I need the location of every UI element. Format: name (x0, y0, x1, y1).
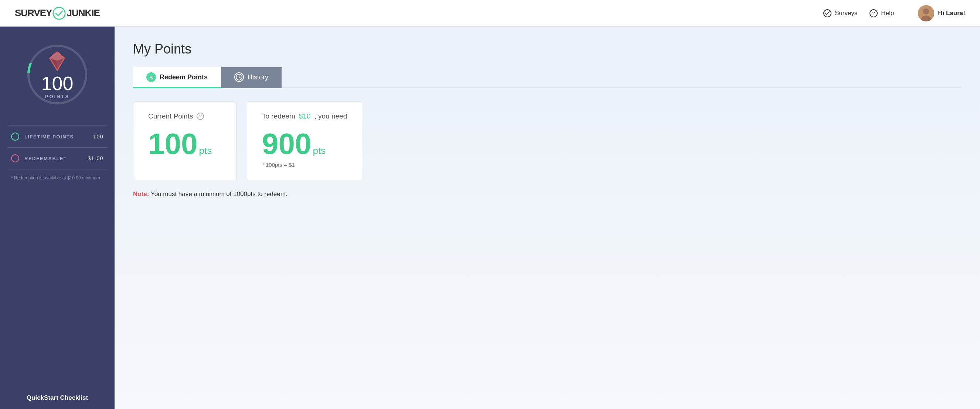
avatar (918, 5, 934, 21)
current-points-number: 100 (148, 129, 197, 159)
current-points-display: 100 pts (148, 129, 221, 159)
sidebar-points-value: 100 (41, 74, 73, 93)
svg-marker-11 (50, 58, 57, 70)
cards-row: Current Points ? 100 pts To redeem $10, … (133, 101, 961, 180)
logo-icon (52, 6, 66, 20)
nav-help[interactable]: ? Help (869, 9, 894, 18)
tabs: $ Redeem Points History (133, 67, 961, 88)
user-menu[interactable]: Hi Laura! (918, 5, 965, 21)
redeem-info-card: To redeem $10, you need 900 pts * 100pts… (247, 101, 362, 180)
redeem-points-unit: pts (313, 145, 326, 157)
logo-text-2: JUNKIE (67, 7, 99, 19)
svg-point-5 (923, 8, 929, 14)
avatar-image (918, 5, 934, 21)
sidebar: 100 POINTS LIFETIME POINTS 100 REDEEMABL… (0, 27, 115, 409)
gem-center: 100 POINTS (41, 50, 73, 99)
current-points-title: Current Points ? (148, 112, 221, 120)
lifetime-points-row: LIFETIME POINTS 100 (7, 126, 107, 147)
tab-history[interactable]: History (221, 67, 282, 88)
note-text: You must have a minimum of 1000pts to re… (151, 190, 288, 198)
sidebar-points-label: POINTS (45, 94, 70, 99)
clock-icon (234, 72, 244, 82)
tab-redeem-points[interactable]: $ Redeem Points (133, 67, 221, 88)
redeemable-label: REDEEMABLE* (24, 156, 66, 161)
redeemable-icon (11, 154, 19, 162)
main-layout: 100 POINTS LIFETIME POINTS 100 REDEEMABL… (0, 27, 980, 409)
points-circle: 100 POINTS (24, 41, 91, 108)
conversion-note: * 100pts = $1 (262, 162, 347, 168)
svg-point-0 (53, 7, 65, 19)
svg-line-15 (239, 77, 240, 78)
lifetime-icon (11, 133, 19, 141)
redeem-points-number: 900 (262, 129, 311, 159)
help-tooltip-icon[interactable]: ? (197, 113, 204, 120)
main-content: My Points $ Redeem Points History (115, 27, 980, 409)
help-label: Help (881, 10, 894, 17)
current-points-card: Current Points ? 100 pts (133, 101, 237, 180)
header-right: Surveys ? Help Hi Laura! (823, 5, 965, 21)
lifetime-label: LIFETIME POINTS (24, 134, 74, 140)
note-section: Note: You must have a minimum of 1000pts… (133, 190, 961, 198)
tab-history-label: History (248, 73, 268, 81)
dollar-icon: $ (146, 72, 156, 82)
sidebar-stats: LIFETIME POINTS 100 REDEEMABLE* $1.00 * … (7, 125, 107, 181)
header-divider (906, 6, 906, 21)
user-greeting: Hi Laura! (938, 10, 965, 17)
redeemable-value: $1.00 (88, 155, 103, 161)
page-title: My Points (133, 41, 961, 57)
header: SURVEY JUNKIE Surveys ? Help (0, 0, 980, 27)
logo-text-1: SURVEY (15, 7, 52, 19)
svg-text:?: ? (872, 11, 875, 16)
logo: SURVEY JUNKIE (15, 6, 100, 20)
help-icon: ? (869, 9, 878, 18)
note-label: Note: (133, 190, 149, 198)
current-points-unit: pts (199, 145, 212, 157)
redeem-points-display: 900 pts (262, 129, 347, 159)
gem-icon (46, 50, 68, 72)
surveys-label: Surveys (835, 10, 858, 17)
tab-redeem-label: Redeem Points (160, 73, 208, 81)
redeem-amount: $10 (299, 112, 311, 120)
quickstart-label[interactable]: QuickStart Checklist (27, 383, 88, 402)
svg-marker-12 (57, 58, 65, 70)
nav-surveys[interactable]: Surveys (823, 9, 858, 18)
redemption-note: * Redemption is available at $10.00 mini… (7, 170, 107, 181)
redeemable-row: REDEEMABLE* $1.00 (7, 147, 107, 170)
lifetime-value: 100 (93, 134, 103, 140)
redeem-card-title: To redeem $10, you need (262, 112, 347, 120)
check-circle-icon (823, 9, 832, 18)
